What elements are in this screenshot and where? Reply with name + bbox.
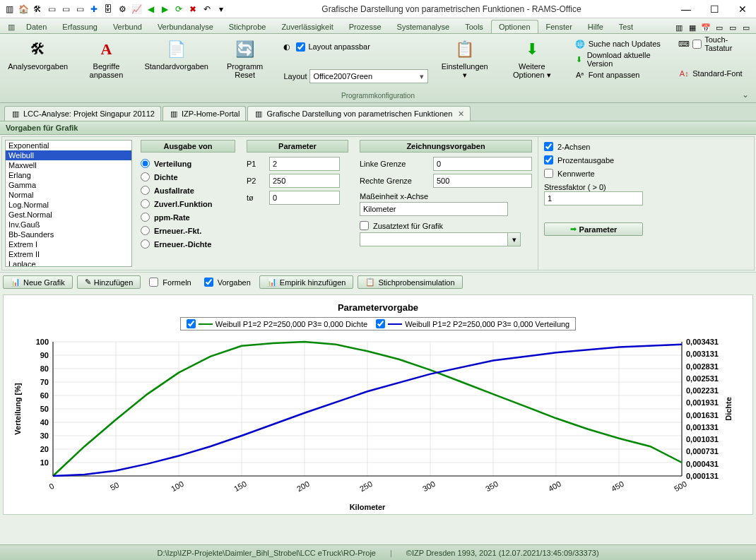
ribbon-tab-test[interactable]: Test (611, 20, 641, 33)
ribbon-tab-prozesse[interactable]: Prozesse (341, 20, 389, 33)
programm-reset-button[interactable]: 🔄 Programm Reset (215, 37, 276, 81)
hinzufuegen-button[interactable]: ✎Hinzufügen (77, 275, 141, 289)
formeln-check[interactable] (149, 278, 158, 287)
neue-grafik-button[interactable]: 📊Neue Grafik (3, 275, 73, 289)
qat-app-icon[interactable]: ▥ (3, 3, 16, 16)
touch-tastatur-check[interactable]: ⌨ Touch-Tastatur (675, 37, 749, 51)
ribbon-icon-2[interactable]: ▦ (687, 22, 698, 33)
ribbon-collapse-icon[interactable]: ⌄ (742, 90, 749, 100)
chevron-down-icon[interactable]: ▾ (416, 72, 427, 81)
list-item[interactable]: Gamma (6, 180, 131, 190)
zusatztext-check[interactable] (360, 221, 369, 230)
list-item[interactable]: Normal (6, 190, 131, 200)
ribbon-tab-verbund[interactable]: Verbund (105, 20, 150, 33)
legend-check-1[interactable] (187, 319, 196, 328)
prozent-check[interactable] (544, 155, 553, 165)
qat-undo-icon[interactable]: ↶ (201, 3, 213, 16)
qat-gear-icon[interactable]: ⚙ (116, 3, 129, 16)
standardvorgaben-button[interactable]: 📄 Standardvorgaben (144, 37, 209, 72)
empirik-button[interactable]: 📊Empirik hinzufügen (259, 275, 354, 289)
ausgabe-radio[interactable]: Dichte (141, 170, 235, 184)
list-item[interactable]: Weibull (6, 150, 131, 160)
ribbon-icon-5[interactable]: ▭ (727, 22, 738, 33)
p2-input[interactable] (269, 174, 340, 188)
list-item[interactable]: Log.Normal (6, 200, 131, 210)
ausgabe-radio[interactable]: ppm-Rate (141, 210, 235, 224)
standard-font-button[interactable]: A↕ Standard-Font (675, 66, 749, 81)
einstellungen-button[interactable]: 📋 Einstellungen ▾ (437, 37, 492, 81)
qat-refresh-icon[interactable]: ⟳ (172, 3, 185, 16)
qat-doc-icon[interactable]: ▭ (45, 3, 58, 16)
distribution-listbox[interactable]: ExponentialWeibullMaxwellErlangGammaNorm… (5, 140, 132, 267)
ribbon-tab-fenster[interactable]: Fenster (538, 20, 580, 33)
chevron-down-icon[interactable]: ▾ (508, 232, 521, 246)
list-item[interactable]: Exponential (6, 141, 131, 150)
vorgaben-check[interactable] (204, 278, 213, 287)
qat-copy-icon[interactable]: ▭ (59, 3, 72, 16)
begriffe-button[interactable]: A Begriffe anpassen (74, 37, 138, 81)
legend-check-2[interactable] (376, 319, 385, 328)
p1-input[interactable] (269, 157, 340, 171)
list-item[interactable]: Extrem I (6, 239, 131, 249)
masseinheit-input[interactable] (360, 202, 508, 216)
ribbon-icon-6[interactable]: ▭ (740, 22, 752, 33)
list-item[interactable]: Inv.Gauß (6, 220, 131, 230)
list-item[interactable]: Maxwell (6, 160, 131, 170)
achsen-check[interactable] (544, 142, 553, 151)
qat-home-icon[interactable]: 🏠 (17, 3, 30, 16)
qat-add-icon[interactable]: ✚ (88, 3, 100, 16)
ausgabe-radio[interactable]: Zuverl.Funktion (141, 197, 235, 210)
ausgabe-radio[interactable]: Ausfallrate (141, 184, 235, 197)
close-tab-icon[interactable]: ✕ (458, 109, 464, 119)
rechte-grenze-input[interactable] (433, 174, 532, 188)
ribbon-tab-hilfe[interactable]: Hilfe (580, 20, 611, 33)
ribbon-icon-1[interactable]: ▥ (673, 22, 685, 33)
suche-updates-button[interactable]: 🌐 Suche nach Updates (572, 37, 671, 51)
qat-cancel-icon[interactable]: ✖ (187, 3, 199, 16)
qat-customize-icon[interactable]: ▾ (215, 3, 228, 16)
ribbon-tab-daten[interactable]: Daten (18, 20, 54, 33)
list-item[interactable]: Erlang (6, 170, 131, 180)
ribbon-tab-app[interactable]: ▥ (4, 20, 18, 33)
qat-paste-icon[interactable]: ▭ (73, 3, 86, 16)
close-button[interactable]: ✕ (732, 2, 753, 16)
qat-back-icon[interactable]: ◀ (144, 3, 157, 16)
qat-chart-icon[interactable]: 📈 (130, 3, 143, 16)
analysevorgaben-button[interactable]: 🛠 Analysevorgaben (7, 37, 69, 72)
stress-input[interactable] (544, 191, 643, 205)
download-version-button[interactable]: ⬇ Download aktuelle Version (572, 52, 671, 66)
ribbon-tab-verbundanalyse[interactable]: Verbundanalyse (150, 20, 221, 33)
qat-tools-icon[interactable]: 🛠 (31, 3, 44, 16)
to-input[interactable] (269, 191, 340, 205)
zusatztext-input[interactable] (360, 232, 508, 246)
kennwerte-check[interactable] (544, 169, 553, 178)
ribbon-tab-zuverlaessigkeit[interactable]: Zuverlässigkeit (273, 20, 341, 33)
list-item[interactable]: Laplace (6, 259, 131, 267)
qat-db-icon[interactable]: 🗄 (102, 3, 114, 16)
weitere-optionen-button[interactable]: ⬇ Weitere Optionen ▾ (498, 37, 566, 81)
doc-tab-grafik[interactable]: ▥ Grafische Darstellung von parametrisch… (247, 106, 471, 121)
stichproben-button[interactable]: 📋Stichprobensimulation (358, 275, 462, 289)
doc-tab-izp[interactable]: ▥ IZP-Home-Portal (163, 106, 247, 121)
layout-combo[interactable]: ▾ (309, 69, 428, 83)
minimize-button[interactable]: ― (675, 2, 697, 16)
ausgabe-radio[interactable]: Erneuer.-Dichte (141, 237, 235, 251)
list-item[interactable]: Gest.Normal (6, 210, 131, 220)
ribbon-icon-calendar[interactable]: 📅 (700, 22, 711, 33)
ribbon-tab-erfassung[interactable]: Erfassung (54, 20, 105, 33)
layout-anpassbar-check[interactable]: ◐ Layout anpassbar (280, 40, 431, 54)
qat-forward-icon[interactable]: ▶ (158, 3, 171, 16)
ribbon-tab-stichprobe[interactable]: Stichprobe (221, 20, 274, 33)
list-item[interactable]: Bb-Saunders (6, 230, 131, 239)
ribbon-tab-tools[interactable]: Tools (457, 20, 491, 33)
ribbon-icon-4[interactable]: ▭ (714, 22, 725, 33)
linke-grenze-input[interactable] (433, 157, 532, 171)
maximize-button[interactable]: ☐ (704, 2, 725, 16)
ausgabe-radio[interactable]: Erneuer.-Fkt. (141, 224, 235, 237)
doc-tab-lcc[interactable]: ▥ LCC-Analyse: Projekt Singapur 20112 (4, 106, 161, 121)
parameter-button[interactable]: ➡ Parameter (544, 222, 643, 236)
ausgabe-radio[interactable]: Verteilung (141, 157, 235, 170)
font-anpassen-button[interactable]: Aᵃ Font anpassen (572, 68, 671, 82)
ribbon-tab-systemanalyse[interactable]: Systemanalyse (389, 20, 458, 33)
ribbon-tab-optionen[interactable]: Optionen (491, 20, 538, 33)
